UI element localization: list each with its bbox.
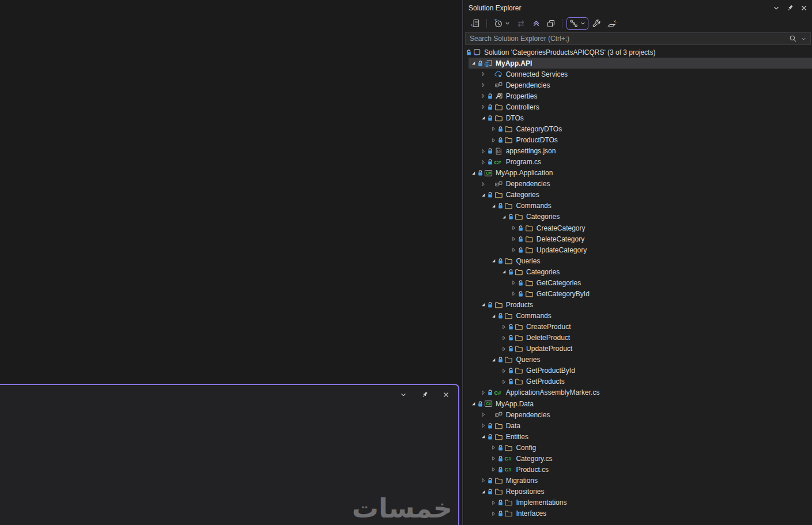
tree-item-program-cs[interactable]: C#Program.cs: [464, 157, 812, 168]
tree-item-category-cs[interactable]: C#Category.cs: [464, 453, 812, 464]
tree-item-config[interactable]: Config: [464, 442, 812, 453]
tree-item-categories[interactable]: Categories: [464, 266, 812, 277]
tree-item-implementations[interactable]: Implementations: [464, 497, 812, 508]
tree-item-queries[interactable]: Queries: [464, 354, 812, 365]
expander-expanded-icon[interactable]: [490, 313, 497, 319]
tree-item-queries[interactable]: Queries: [464, 255, 812, 266]
expander-expanded-icon[interactable]: [480, 301, 487, 308]
expander-collapsed-icon[interactable]: [490, 511, 497, 517]
file-nesting-button[interactable]: [566, 17, 588, 30]
window-position-chevron-icon[interactable]: [772, 4, 780, 12]
expander-collapsed-icon[interactable]: [490, 466, 497, 473]
tree-item-interfaces[interactable]: Interfaces: [464, 508, 812, 519]
tree-item-solution-categoriesproductsapicqrs-3-of-3-projects[interactable]: Solution 'CategoriesProductsAPICQRS' (3 …: [464, 47, 812, 58]
expander-collapsed-icon[interactable]: [490, 500, 497, 506]
tree-item-products[interactable]: Products: [464, 299, 812, 310]
expander-expanded-icon[interactable]: [470, 170, 477, 176]
pin-icon[interactable]: [786, 4, 794, 12]
pin-icon[interactable]: [421, 391, 429, 399]
expander-collapsed-icon[interactable]: [490, 137, 497, 143]
expander-expanded-icon[interactable]: [480, 192, 487, 198]
tree-item-entities[interactable]: Entities: [464, 431, 812, 442]
tree-item-myapp-application[interactable]: C#MyApp.Application: [464, 168, 812, 179]
tree-item-deletecategory[interactable]: DeleteCategory: [464, 233, 812, 244]
tree-item-getcategorybyid[interactable]: GetCategoryById: [464, 288, 812, 299]
expander-collapsed-icon[interactable]: [500, 335, 507, 341]
expander-expanded-icon[interactable]: [480, 433, 487, 440]
window-position-chevron-icon[interactable]: [399, 391, 407, 399]
expander-collapsed-icon[interactable]: [480, 82, 487, 88]
expander-expanded-icon[interactable]: [480, 489, 487, 495]
tree-item-getcategories[interactable]: GetCategories: [464, 277, 812, 288]
tree-item-dependencies[interactable]: Dependencies: [464, 179, 812, 190]
switch-views-button[interactable]: [468, 17, 482, 30]
tree-item-deleteproduct[interactable]: DeleteProduct: [464, 333, 812, 343]
tree-item-repositories[interactable]: Repositories: [464, 486, 812, 497]
dock-splitter[interactable]: [462, 0, 463, 525]
tree-item-product-cs[interactable]: C#Product.cs: [464, 464, 812, 475]
expander-collapsed-icon[interactable]: [490, 126, 497, 132]
tree-item-createproduct[interactable]: CreateProduct: [464, 322, 812, 333]
expander-expanded-icon[interactable]: [500, 269, 507, 275]
tree-item-dependencies[interactable]: Dependencies: [464, 80, 812, 90]
tree-item-getproductbyid[interactable]: GetProductById: [464, 365, 812, 376]
expander-expanded-icon[interactable]: [470, 401, 477, 407]
expander-expanded-icon[interactable]: [490, 258, 497, 264]
expander-collapsed-icon[interactable]: [480, 422, 487, 429]
tree-item-categories[interactable]: Categories: [464, 211, 812, 222]
expander-expanded-icon[interactable]: [490, 357, 497, 363]
tree-item-categories[interactable]: Categories: [464, 190, 812, 201]
tree-item-updatecategory[interactable]: UpdateCategory: [464, 244, 812, 255]
expander-collapsed-icon[interactable]: [480, 71, 487, 77]
expander-collapsed-icon[interactable]: [500, 324, 507, 330]
expander-collapsed-icon[interactable]: [511, 247, 518, 253]
tree-item-applicationassemblymarker-cs[interactable]: C#ApplicationAssemblyMarker.cs: [464, 387, 812, 398]
close-icon[interactable]: [442, 391, 450, 399]
expander-expanded-icon[interactable]: [490, 203, 497, 209]
tree-item-controllers[interactable]: Controllers: [464, 101, 812, 112]
expander-expanded-icon[interactable]: [480, 115, 487, 121]
tree-item-createcategory[interactable]: CreateCategory: [464, 222, 812, 233]
tree-item-connected-services[interactable]: Connected Services: [464, 69, 812, 80]
tree-item-commands[interactable]: Commands: [464, 201, 812, 211]
tree-item-categorydtos[interactable]: CategoryDTOs: [464, 123, 812, 134]
expander-collapsed-icon[interactable]: [480, 181, 487, 187]
expander-collapsed-icon[interactable]: [511, 236, 518, 242]
tree-item-productdtos[interactable]: ProductDTOs: [464, 135, 812, 146]
expander-collapsed-icon[interactable]: [480, 159, 487, 165]
expander-collapsed-icon[interactable]: [480, 390, 487, 396]
expander-collapsed-icon[interactable]: [480, 148, 487, 154]
expander-collapsed-icon[interactable]: [500, 346, 507, 352]
expander-collapsed-icon[interactable]: [500, 379, 507, 385]
tree-item-appsettings-json[interactable]: {;}appsettings.json: [464, 146, 812, 157]
search-input[interactable]: [470, 35, 789, 43]
show-all-files-button[interactable]: [544, 17, 558, 30]
search-icon[interactable]: [789, 35, 797, 43]
expander-collapsed-icon[interactable]: [480, 93, 487, 99]
properties-button[interactable]: [590, 17, 603, 30]
expander-collapsed-icon[interactable]: [490, 444, 497, 451]
expander-collapsed-icon[interactable]: [500, 368, 507, 374]
sync-with-active-document-button[interactable]: [514, 17, 528, 30]
expander-expanded-icon[interactable]: [470, 60, 477, 66]
expander-collapsed-icon[interactable]: [480, 411, 487, 418]
tree-item-dependencies[interactable]: Dependencies: [464, 409, 812, 420]
expander-collapsed-icon[interactable]: [480, 477, 487, 484]
tree-item-data[interactable]: Data: [464, 420, 812, 431]
expander-collapsed-icon[interactable]: [511, 290, 518, 297]
search-options-chevron-icon[interactable]: [800, 36, 807, 42]
tree-item-properties[interactable]: Properties: [464, 90, 812, 101]
tree-item-updateproduct[interactable]: UpdateProduct: [464, 343, 812, 354]
expander-collapsed-icon[interactable]: [511, 225, 518, 231]
tree-item-myapp-api[interactable]: MyApp.API: [464, 58, 812, 69]
tree-item-commands[interactable]: Commands: [464, 311, 812, 322]
tree-item-dtos[interactable]: DTOs: [464, 112, 812, 123]
tree-item-myapp-data[interactable]: C#MyApp.Data: [464, 398, 812, 409]
preview-selected-items-button[interactable]: [605, 17, 620, 30]
close-icon[interactable]: [800, 4, 808, 12]
pending-changes-filter-button[interactable]: [491, 17, 513, 30]
tree-item-migrations[interactable]: Migrations: [464, 475, 812, 486]
expander-expanded-icon[interactable]: [500, 214, 507, 220]
expander-collapsed-icon[interactable]: [490, 455, 497, 462]
expander-collapsed-icon[interactable]: [511, 280, 518, 286]
